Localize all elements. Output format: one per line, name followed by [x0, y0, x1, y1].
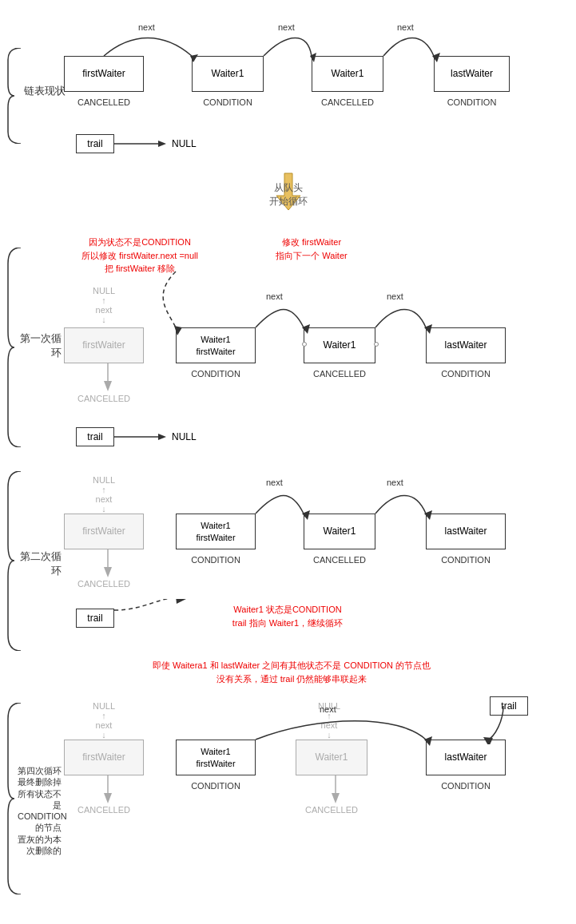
- node-lastwaiter-3: lastWaiter: [426, 514, 506, 549]
- null-above-4b: NULL↑next↓: [305, 701, 353, 740]
- svg-marker-10: [104, 381, 112, 391]
- node-waiter1-2: Waiter1: [304, 327, 375, 363]
- svg-text:next: next: [138, 22, 155, 32]
- annotation-first-right: 修改 firstWaiter指向下一个 Waiter: [248, 236, 375, 262]
- dot-right-waiter1: [374, 342, 379, 347]
- loop-start-label: 从队头开始循环: [269, 181, 308, 208]
- status-condition-2a: CONDITION: [176, 369, 256, 379]
- annotation-first-left: 因为状态不是CONDITION所以修改 firstWaiter.next =nu…: [68, 236, 212, 276]
- dot-left-waiter1: [302, 342, 307, 347]
- null-label-2: NULL: [172, 431, 197, 442]
- svg-marker-1: [158, 141, 166, 147]
- svg-text:next: next: [278, 22, 295, 32]
- status-condition-4a: CONDITION: [176, 781, 256, 791]
- status-condition-3b: CONDITION: [426, 555, 506, 565]
- status-cancelled-4b: CANCELLED: [296, 805, 367, 815]
- null-label-1: NULL: [172, 138, 197, 149]
- grey-arrow-down-3: [100, 549, 116, 577]
- svg-text:next: next: [397, 22, 414, 32]
- status-condition-3a: CONDITION: [176, 555, 256, 565]
- status-cancelled-3b: CANCELLED: [304, 555, 375, 565]
- null-above-first: NULL↑next↓: [80, 286, 128, 324]
- svg-marker-26: [104, 793, 112, 803]
- status-cancelled-2grey: CANCELLED: [64, 394, 144, 403]
- section-label-fourth-loop: 第四次循环最终删除掉所有状态不是CONDITION的节点置灰的为本次删除的: [18, 765, 62, 856]
- null-above-3: NULL↑next↓: [80, 475, 128, 514]
- status-cancelled-1b: CANCELLED: [312, 97, 383, 107]
- node-firstwaiter-4-grey: firstWaiter: [64, 740, 144, 775]
- node-waiter1-1b: Waiter1: [312, 56, 383, 92]
- node-waiter1-firstwaiter-2: Waiter1firstWaiter: [176, 327, 256, 363]
- status-condition-4b: CONDITION: [426, 781, 506, 791]
- node-waiter1-1a: Waiter1: [192, 56, 264, 92]
- grey-arrow-down-1: [100, 363, 116, 391]
- loop-start-header: 从队头开始循环: [0, 172, 576, 212]
- section-label-first-loop: 第一次循环: [18, 331, 62, 360]
- node-firstwaiter-3-grey: firstWaiter: [64, 514, 144, 549]
- trail-box-2: trail: [76, 427, 114, 446]
- svg-text:next: next: [266, 478, 283, 487]
- trail-dashed-arrow-3: [114, 599, 194, 631]
- section-label-chain: 链表现状: [18, 84, 66, 98]
- status-condition-1a: CONDITION: [192, 97, 264, 107]
- node-lastwaiter-4: lastWaiter: [426, 740, 506, 775]
- grey-arrow-down-4b: [328, 775, 344, 803]
- section-label-second-loop: 第二次循环: [18, 549, 62, 578]
- svg-text:next: next: [266, 291, 283, 301]
- svg-marker-17: [158, 434, 166, 440]
- annotation-fourth-loop-top: 即使 Waitera1 和 lastWaiter 之间有其他状态不是 CONDI…: [56, 659, 527, 685]
- node-lastwaiter-2: lastWaiter: [426, 327, 506, 363]
- trail-box-1: trail: [76, 134, 114, 153]
- status-condition-2b: CONDITION: [426, 369, 506, 379]
- node-firstwaiter-2-grey: firstWaiter: [64, 327, 144, 363]
- status-cancelled-3grey: CANCELLED: [64, 579, 144, 589]
- grey-arrow-down-4a: [100, 775, 116, 803]
- node-waiter1-firstwaiter-4: Waiter1firstWaiter: [176, 740, 256, 775]
- svg-marker-28: [332, 793, 340, 803]
- svg-marker-19: [104, 567, 112, 577]
- trail-to-lastwaiter-4: [463, 696, 527, 744]
- trail-arrow-1: [114, 134, 178, 153]
- svg-marker-29: [483, 737, 493, 744]
- svg-marker-24: [176, 599, 186, 604]
- node-waiter1-3: Waiter1: [304, 514, 375, 549]
- annotation-second-loop-bottom: Waiter1 状态是CONDITIONtrail 指向 Waiter1，继续循…: [200, 603, 375, 629]
- node-firstwaiter-1: firstWaiter: [64, 56, 144, 92]
- status-cancelled-2b: CANCELLED: [304, 369, 375, 379]
- null-above-4a: NULL↑next↓: [80, 701, 128, 740]
- svg-text:next: next: [387, 291, 403, 301]
- trail-box-3: trail: [76, 609, 114, 628]
- status-condition-1b: CONDITION: [434, 97, 510, 107]
- svg-text:next: next: [387, 478, 403, 487]
- node-waiter1-firstwaiter-3: Waiter1firstWaiter: [176, 514, 256, 549]
- trail-arrow-2: [114, 427, 178, 446]
- status-cancelled-4a: CANCELLED: [64, 805, 144, 815]
- node-waiter1-4-grey: Waiter1: [296, 740, 367, 775]
- status-cancelled-1a: CANCELLED: [64, 97, 144, 107]
- node-lastwaiter-1: lastWaiter: [434, 56, 510, 92]
